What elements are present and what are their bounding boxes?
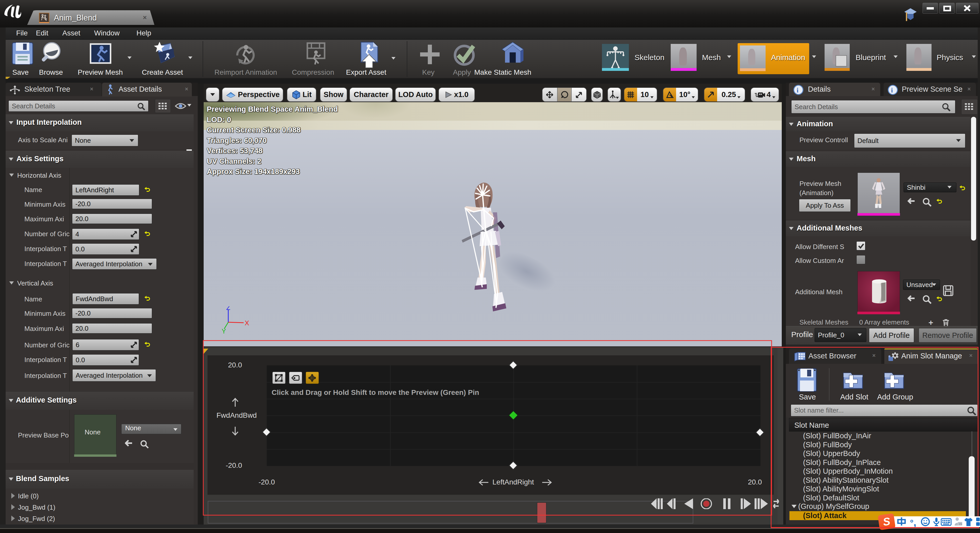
svg-text:15: 15 [958, 522, 962, 526]
svg-text:Y: Y [221, 327, 226, 335]
svg-text:i: i [797, 86, 799, 94]
svg-text:i: i [891, 86, 893, 94]
svg-text:Z: Z [226, 306, 230, 311]
svg-text:X: X [245, 319, 249, 327]
